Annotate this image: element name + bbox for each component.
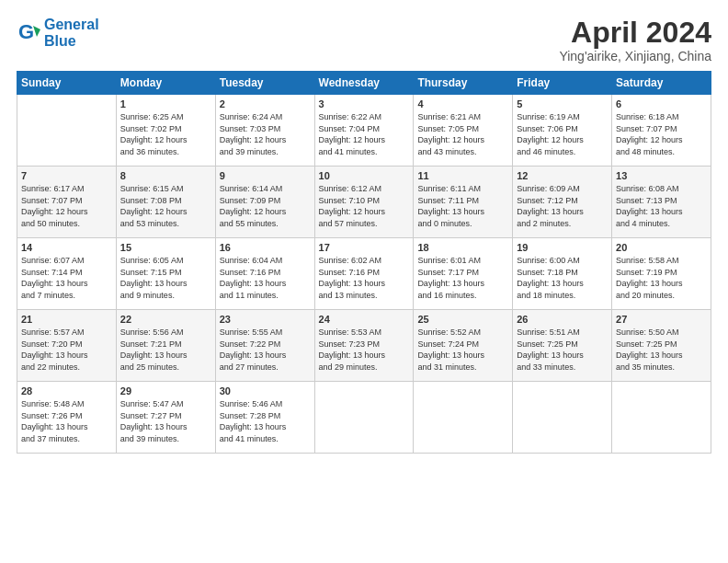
day-number: 27 <box>616 314 707 325</box>
day-cell: 21Sunrise: 5:57 AMSunset: 7:20 PMDayligh… <box>17 310 117 382</box>
day-number: 8 <box>120 170 211 181</box>
day-number: 23 <box>220 314 311 325</box>
logo-text-line2: Blue <box>44 33 99 50</box>
day-number: 30 <box>220 385 311 396</box>
col-wednesday: Wednesday <box>314 72 414 95</box>
day-info: Sunrise: 6:04 AMSunset: 7:16 PMDaylight:… <box>220 255 311 301</box>
day-number: 1 <box>120 98 211 109</box>
day-info: Sunrise: 5:48 AMSunset: 7:26 PMDaylight:… <box>21 398 112 444</box>
title-block: April 2024 Ying'airike, Xinjiang, China <box>559 17 711 63</box>
svg-marker-1 <box>33 26 40 37</box>
day-info: Sunrise: 6:12 AMSunset: 7:10 PMDaylight:… <box>319 183 410 229</box>
day-number: 21 <box>21 314 112 325</box>
day-number: 29 <box>120 385 211 396</box>
day-number: 13 <box>616 170 707 181</box>
col-thursday: Thursday <box>414 72 513 95</box>
day-info: Sunrise: 5:58 AMSunset: 7:19 PMDaylight:… <box>616 255 707 301</box>
month-title: April 2024 <box>559 17 711 49</box>
svg-text:G: G <box>18 20 34 43</box>
day-number: 5 <box>517 98 608 109</box>
day-number: 22 <box>120 314 211 325</box>
day-number: 19 <box>517 242 608 253</box>
header: G General Blue April 2024 Ying'airike, X… <box>17 17 711 63</box>
day-cell: 16Sunrise: 6:04 AMSunset: 7:16 PMDayligh… <box>215 238 314 310</box>
day-number: 9 <box>220 170 311 181</box>
day-cell: 1Sunrise: 6:25 AMSunset: 7:02 PMDaylight… <box>116 95 215 167</box>
day-number: 24 <box>319 314 410 325</box>
day-cell: 20Sunrise: 5:58 AMSunset: 7:19 PMDayligh… <box>612 238 711 310</box>
logo: G General Blue <box>17 17 99 49</box>
header-row: Sunday Monday Tuesday Wednesday Thursday… <box>17 72 711 95</box>
day-cell: 8Sunrise: 6:15 AMSunset: 7:08 PMDaylight… <box>116 167 215 238</box>
col-friday: Friday <box>513 72 612 95</box>
day-info: Sunrise: 6:09 AMSunset: 7:12 PMDaylight:… <box>517 183 608 229</box>
logo-text-line1: General <box>44 17 99 33</box>
col-saturday: Saturday <box>612 72 711 95</box>
day-number: 16 <box>220 242 311 253</box>
day-cell: 18Sunrise: 6:01 AMSunset: 7:17 PMDayligh… <box>414 238 513 310</box>
day-info: Sunrise: 6:02 AMSunset: 7:16 PMDaylight:… <box>319 255 410 301</box>
day-info: Sunrise: 6:05 AMSunset: 7:15 PMDaylight:… <box>120 255 211 301</box>
day-cell: 11Sunrise: 6:11 AMSunset: 7:11 PMDayligh… <box>414 167 513 238</box>
day-info: Sunrise: 5:51 AMSunset: 7:25 PMDaylight:… <box>517 327 608 373</box>
calendar-table: Sunday Monday Tuesday Wednesday Thursday… <box>17 71 711 454</box>
day-info: Sunrise: 5:53 AMSunset: 7:23 PMDaylight:… <box>319 327 410 373</box>
day-cell: 14Sunrise: 6:07 AMSunset: 7:14 PMDayligh… <box>17 238 117 310</box>
day-cell: 26Sunrise: 5:51 AMSunset: 7:25 PMDayligh… <box>513 310 612 382</box>
day-info: Sunrise: 6:11 AMSunset: 7:11 PMDaylight:… <box>417 183 508 229</box>
day-info: Sunrise: 6:25 AMSunset: 7:02 PMDaylight:… <box>120 111 211 157</box>
day-cell <box>314 382 414 454</box>
day-number: 18 <box>417 242 508 253</box>
day-number: 12 <box>517 170 608 181</box>
page: G General Blue April 2024 Ying'airike, X… <box>0 0 728 563</box>
day-number: 28 <box>21 385 112 396</box>
day-info: Sunrise: 6:08 AMSunset: 7:13 PMDaylight:… <box>616 183 707 229</box>
col-monday: Monday <box>116 72 215 95</box>
day-cell: 17Sunrise: 6:02 AMSunset: 7:16 PMDayligh… <box>314 238 414 310</box>
week-row-5: 28Sunrise: 5:48 AMSunset: 7:26 PMDayligh… <box>17 382 711 454</box>
day-number: 20 <box>616 242 707 253</box>
day-number: 26 <box>517 314 608 325</box>
day-cell: 5Sunrise: 6:19 AMSunset: 7:06 PMDaylight… <box>513 95 612 167</box>
day-cell: 19Sunrise: 6:00 AMSunset: 7:18 PMDayligh… <box>513 238 612 310</box>
week-row-1: 1Sunrise: 6:25 AMSunset: 7:02 PMDaylight… <box>17 95 711 167</box>
day-cell: 4Sunrise: 6:21 AMSunset: 7:05 PMDaylight… <box>414 95 513 167</box>
day-number: 17 <box>319 242 410 253</box>
day-number: 7 <box>21 170 112 181</box>
day-info: Sunrise: 6:00 AMSunset: 7:18 PMDaylight:… <box>517 255 608 301</box>
day-cell: 27Sunrise: 5:50 AMSunset: 7:25 PMDayligh… <box>612 310 711 382</box>
day-info: Sunrise: 6:17 AMSunset: 7:07 PMDaylight:… <box>21 183 112 229</box>
day-number: 10 <box>319 170 410 181</box>
day-number: 6 <box>616 98 707 109</box>
week-row-3: 14Sunrise: 6:07 AMSunset: 7:14 PMDayligh… <box>17 238 711 310</box>
day-number: 25 <box>417 314 508 325</box>
day-info: Sunrise: 5:57 AMSunset: 7:20 PMDaylight:… <box>21 327 112 373</box>
day-info: Sunrise: 5:56 AMSunset: 7:21 PMDaylight:… <box>120 327 211 373</box>
day-number: 3 <box>319 98 410 109</box>
col-sunday: Sunday <box>17 72 117 95</box>
day-cell: 3Sunrise: 6:22 AMSunset: 7:04 PMDaylight… <box>314 95 414 167</box>
day-cell <box>513 382 612 454</box>
day-info: Sunrise: 6:18 AMSunset: 7:07 PMDaylight:… <box>616 111 707 157</box>
day-info: Sunrise: 6:01 AMSunset: 7:17 PMDaylight:… <box>417 255 508 301</box>
day-number: 15 <box>120 242 211 253</box>
location: Ying'airike, Xinjiang, China <box>559 49 711 63</box>
day-info: Sunrise: 6:14 AMSunset: 7:09 PMDaylight:… <box>220 183 311 229</box>
day-cell: 12Sunrise: 6:09 AMSunset: 7:12 PMDayligh… <box>513 167 612 238</box>
week-row-2: 7Sunrise: 6:17 AMSunset: 7:07 PMDaylight… <box>17 167 711 238</box>
day-cell: 30Sunrise: 5:46 AMSunset: 7:28 PMDayligh… <box>215 382 314 454</box>
day-cell: 9Sunrise: 6:14 AMSunset: 7:09 PMDaylight… <box>215 167 314 238</box>
day-info: Sunrise: 6:21 AMSunset: 7:05 PMDaylight:… <box>417 111 508 157</box>
day-cell: 13Sunrise: 6:08 AMSunset: 7:13 PMDayligh… <box>612 167 711 238</box>
day-info: Sunrise: 6:07 AMSunset: 7:14 PMDaylight:… <box>21 255 112 301</box>
day-cell: 6Sunrise: 6:18 AMSunset: 7:07 PMDaylight… <box>612 95 711 167</box>
week-row-4: 21Sunrise: 5:57 AMSunset: 7:20 PMDayligh… <box>17 310 711 382</box>
day-cell: 2Sunrise: 6:24 AMSunset: 7:03 PMDaylight… <box>215 95 314 167</box>
day-info: Sunrise: 5:50 AMSunset: 7:25 PMDaylight:… <box>616 327 707 373</box>
day-cell: 15Sunrise: 6:05 AMSunset: 7:15 PMDayligh… <box>116 238 215 310</box>
logo-icon: G <box>17 20 42 46</box>
day-cell: 23Sunrise: 5:55 AMSunset: 7:22 PMDayligh… <box>215 310 314 382</box>
day-info: Sunrise: 5:55 AMSunset: 7:22 PMDaylight:… <box>220 327 311 373</box>
day-cell: 10Sunrise: 6:12 AMSunset: 7:10 PMDayligh… <box>314 167 414 238</box>
day-number: 14 <box>21 242 112 253</box>
